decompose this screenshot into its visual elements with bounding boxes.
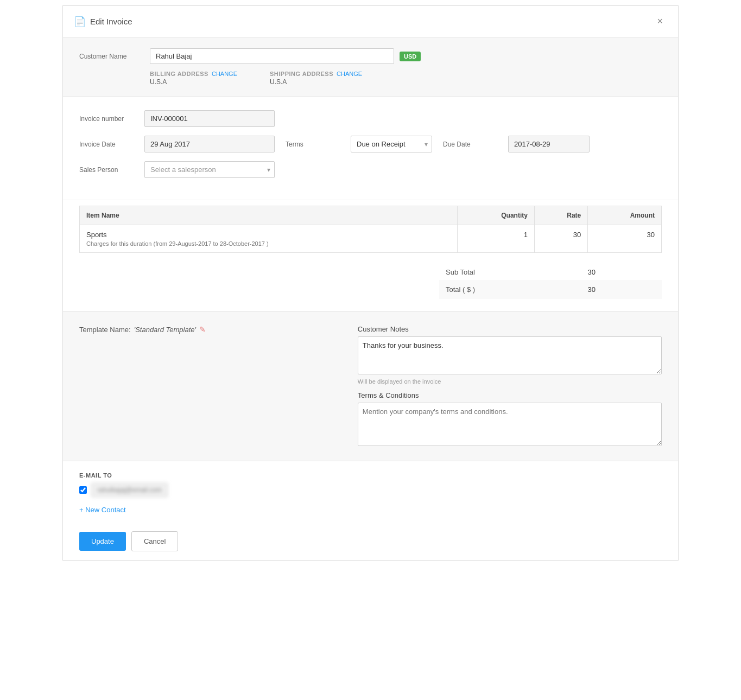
amount-header: Amount (588, 206, 662, 225)
new-contact-button[interactable]: + New Contact (79, 502, 662, 517)
item-quantity-cell: 1 (457, 225, 534, 253)
billing-address-value: U.S.A (150, 78, 237, 86)
modal-title: 📄 Edit Invoice (74, 16, 132, 28)
total-label: Total ( $ ) (439, 281, 548, 298)
total-value: 30 (548, 281, 602, 298)
modal-header: 📄 Edit Invoice × (63, 6, 678, 37)
template-name-value: 'Standard Template' (134, 326, 196, 334)
edit-invoice-modal: 📄 Edit Invoice × Customer Name USD BILLI… (62, 5, 679, 561)
billing-address-change[interactable]: CHANGE (212, 71, 237, 77)
invoice-date-field-group: Invoice Date (79, 136, 275, 152)
item-rate-cell: 30 (534, 225, 587, 253)
shipping-address-label: SHIPPING ADDRESS (270, 71, 333, 77)
currency-badge: USD (400, 52, 421, 61)
email-checkbox[interactable] (79, 486, 87, 494)
item-description-text: Charges for this duration (from 29-Augus… (86, 240, 451, 247)
update-button[interactable]: Update (79, 532, 126, 551)
close-button[interactable]: × (653, 14, 667, 29)
subtotal-value: 30 (548, 264, 602, 281)
total-row: Total ( $ ) 30 (439, 281, 662, 298)
address-row: BILLING ADDRESS CHANGE U.S.A SHIPPING AD… (150, 71, 662, 86)
cancel-button[interactable]: Cancel (131, 531, 178, 551)
terms-field-group: Terms Due on Receipt Net 15 Net 30 Net 6… (286, 136, 432, 152)
document-icon: 📄 (74, 16, 86, 28)
totals-section: Sub Total 30 Total ( $ ) 30 (63, 264, 678, 311)
terms-conditions-label: Terms & Conditions (358, 391, 662, 399)
terms-conditions-textarea[interactable] (358, 403, 662, 446)
item-name-cell: Sports Charges for this duration (from 2… (80, 225, 458, 253)
terms-select-wrapper: Due on Receipt Net 15 Net 30 Net 60 (351, 136, 432, 152)
shipping-address-block: SHIPPING ADDRESS CHANGE U.S.A (270, 71, 362, 86)
email-section-label: E-MAIL TO (79, 472, 662, 479)
email-section: E-MAIL TO rahulbajaj@email.com + New Con… (63, 461, 678, 523)
terms-select[interactable]: Due on Receipt Net 15 Net 30 Net 60 (351, 136, 432, 152)
template-notes-section: Template Name: 'Standard Template' ✎ Cus… (63, 311, 678, 461)
quantity-header: Quantity (457, 206, 534, 225)
template-name-label: Template Name: (79, 326, 131, 334)
shipping-address-value: U.S.A (270, 78, 362, 86)
billing-address-block: BILLING ADDRESS CHANGE U.S.A (150, 71, 237, 86)
items-table: Item Name Quantity Rate Amount Sports Ch… (79, 206, 662, 253)
invoice-form-section: Invoice number Invoice Date Terms Due on… (63, 97, 678, 200)
subtotal-label: Sub Total (439, 264, 548, 281)
due-date-input[interactable] (508, 136, 590, 152)
items-table-body: Sports Charges for this duration (from 2… (80, 225, 662, 253)
customer-notes-label: Customer Notes (358, 325, 662, 333)
invoice-number-field-group: Invoice number (79, 110, 275, 127)
notes-hint: Will be displayed on the invoice (358, 378, 662, 385)
due-date-label: Due Date (443, 141, 503, 148)
modal-title-text: Edit Invoice (90, 17, 132, 26)
invoice-date-input[interactable] (144, 136, 275, 152)
template-left: Template Name: 'Standard Template' ✎ (79, 325, 341, 448)
item-name-text: Sports (86, 231, 451, 239)
items-table-header: Item Name Quantity Rate Amount (80, 206, 662, 225)
salesperson-row: Sales Person Select a salesperson (79, 161, 662, 178)
notes-right: Customer Notes Thanks for your business.… (358, 325, 662, 448)
salesperson-field-group: Sales Person Select a salesperson (79, 161, 275, 178)
footer-section: Update Cancel (63, 523, 678, 560)
item-amount-cell: 30 (588, 225, 662, 253)
table-row: Sports Charges for this duration (from 2… (80, 225, 662, 253)
salesperson-select-wrapper: Select a salesperson (144, 161, 275, 178)
invoice-date-terms-row: Invoice Date Terms Due on Receipt Net 15… (79, 136, 662, 152)
invoice-date-label: Invoice Date (79, 141, 139, 148)
customer-notes-textarea[interactable]: Thanks for your business. (358, 336, 662, 374)
totals-container: Sub Total 30 Total ( $ ) 30 (79, 264, 662, 298)
rate-header: Rate (534, 206, 587, 225)
terms-label: Terms (286, 141, 345, 148)
invoice-number-row: Invoice number (79, 110, 662, 127)
items-table-section: Item Name Quantity Rate Amount Sports Ch… (63, 206, 678, 264)
due-date-field-group: Due Date (443, 136, 590, 152)
email-address-display: rahulbajaj@email.com (91, 483, 168, 497)
edit-template-icon[interactable]: ✎ (199, 325, 206, 334)
salesperson-label: Sales Person (79, 166, 139, 174)
customer-row: Customer Name USD (79, 48, 662, 64)
subtotal-row: Sub Total 30 (439, 264, 662, 281)
invoice-number-input[interactable] (144, 110, 275, 127)
customer-name-input[interactable] (150, 48, 394, 64)
template-name-row: Template Name: 'Standard Template' ✎ (79, 325, 341, 334)
customer-name-label: Customer Name (79, 53, 144, 60)
salesperson-select[interactable]: Select a salesperson (144, 161, 275, 178)
email-row: rahulbajaj@email.com (79, 483, 662, 497)
items-table-header-row: Item Name Quantity Rate Amount (80, 206, 662, 225)
billing-address-label: BILLING ADDRESS (150, 71, 208, 77)
shipping-address-change[interactable]: CHANGE (337, 71, 362, 77)
invoice-number-label: Invoice number (79, 115, 139, 123)
customer-section: Customer Name USD BILLING ADDRESS CHANGE… (63, 37, 678, 97)
item-name-header: Item Name (80, 206, 458, 225)
